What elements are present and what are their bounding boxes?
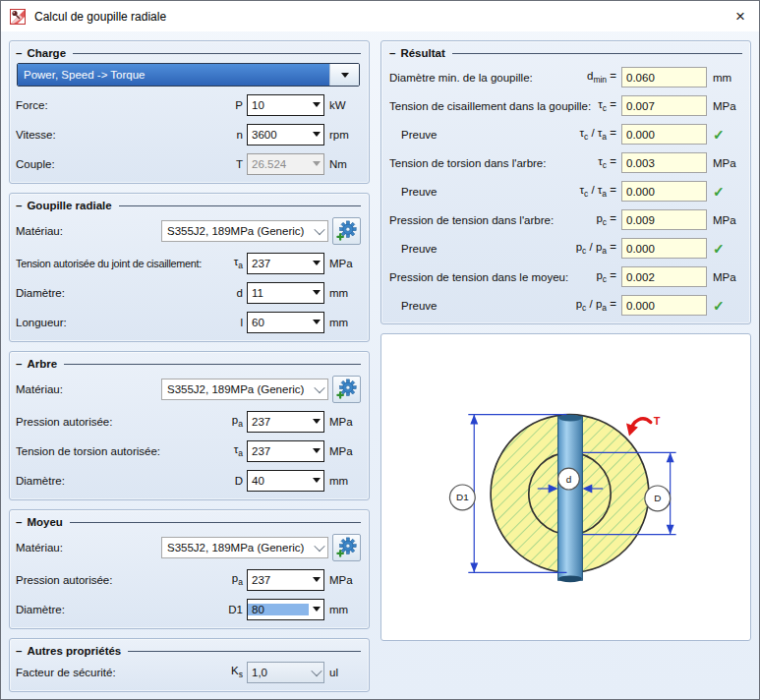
hub-pressure-combo[interactable]: 237 <box>247 569 324 591</box>
shaft-diameter-label: Diamètre: <box>16 475 232 487</box>
shaft-torsion-combo[interactable]: 237 <box>247 440 324 462</box>
dropdown-arrow-icon[interactable] <box>309 412 323 432</box>
shear-tension-symbol: τa <box>234 256 243 270</box>
chevron-down-icon[interactable] <box>311 544 327 552</box>
group-resultat: – Résultat Diamètre min. de la goupille:… <box>380 40 751 324</box>
dropdown-arrow-icon <box>309 154 323 174</box>
hub-material-combo[interactable]: S355J2, 189MPa (Generic) <box>161 537 328 558</box>
material-label: Matériau: <box>16 225 63 237</box>
speed-unit: rpm <box>329 129 361 141</box>
dropdown-arrow-icon[interactable] <box>309 283 323 303</box>
safety-factor-combo[interactable]: 1,0 <box>247 662 324 683</box>
dialog-window: Calcul de goupille radiale × – Charge Po… <box>0 0 760 700</box>
result-label: Tension de cisaillement dans la goupille… <box>389 100 598 112</box>
check-icon: ✓ <box>713 298 742 314</box>
shaft-material-combo[interactable]: S355J2, 189MPa (Generic) <box>161 379 328 400</box>
group-dash: – <box>16 47 22 59</box>
group-header: – Goupille radiale <box>16 200 361 211</box>
speed-symbol: n <box>237 129 243 141</box>
d1-label: D1 <box>449 485 475 510</box>
shaft-torsion-unit: MPa <box>329 445 361 457</box>
group-title: Arbre <box>27 358 57 370</box>
svg-text:d: d <box>566 473 572 484</box>
result-row-proof-2: Preuve τc / τa = 0.000 ✓ <box>389 181 742 202</box>
dropdown-arrow-icon[interactable] <box>309 570 323 590</box>
group-title: Goupille radiale <box>27 200 111 211</box>
shaft-pressure-label: Pression autorisée: <box>16 416 229 428</box>
shear-tension-combo[interactable]: 237 <box>247 253 324 274</box>
group-rule <box>452 53 742 54</box>
hub-material-row: Matériau: S355J2, 189MPa (Generic) <box>16 533 361 561</box>
result-row-shaft-torsion: Tension de torsion dans l'arbre: τc = 0.… <box>389 152 742 173</box>
pin-length-combo[interactable]: 60 <box>247 312 324 333</box>
check-icon: ✓ <box>713 127 742 143</box>
close-icon[interactable]: × <box>733 8 747 25</box>
torque-value: 26.524 <box>248 158 309 170</box>
hub-pressure-row: Pression autorisée: pa 237 MPa <box>16 568 361 591</box>
shaft-diameter-row: Diamètre: D 40 mm <box>16 469 361 492</box>
dropdown-arrow-icon[interactable] <box>309 95 323 115</box>
shaft-diameter-combo[interactable]: 40 <box>247 470 324 492</box>
load-type-combo[interactable]: Power, Speed -> Torque <box>17 63 360 87</box>
hub-diameter-combo[interactable]: 80 <box>247 599 324 620</box>
result-symbol: dmin = <box>587 70 616 85</box>
shaft-material-gear-button[interactable] <box>332 376 361 403</box>
group-rule <box>70 522 361 523</box>
group-rule <box>119 205 361 206</box>
torque-combo: 26.524 <box>247 153 324 175</box>
group-header: – Arbre <box>16 358 361 370</box>
speed-row: Vitesse: n 3600 rpm <box>16 123 361 146</box>
hub-diameter-symbol: D1 <box>228 604 243 615</box>
dropdown-arrow-icon[interactable] <box>309 600 323 619</box>
d-label: d <box>558 468 580 490</box>
torque-symbol: T <box>236 158 243 170</box>
hub-pressure-symbol: pa <box>232 572 243 587</box>
dropdown-arrow-icon[interactable] <box>309 125 323 145</box>
dropdown-arrow-icon[interactable] <box>309 441 323 461</box>
group-header: – Autres propriétés <box>16 645 361 657</box>
dropdown-arrow-icon[interactable] <box>309 471 323 491</box>
gear-plus-icon <box>336 537 358 558</box>
check-icon: ✓ <box>713 184 742 200</box>
pin-diameter-symbol: d <box>237 287 243 299</box>
pin-material-gear-button[interactable] <box>332 217 361 245</box>
chevron-down-icon[interactable] <box>311 227 327 235</box>
result-symbol: pc = <box>596 269 616 284</box>
dropdown-arrow-icon[interactable] <box>329 64 359 86</box>
torque-arrow: T <box>626 414 661 436</box>
result-column: – Résultat Diamètre min. de la goupille:… <box>380 40 751 700</box>
D-label: D <box>645 486 671 511</box>
dropdown-arrow-icon[interactable] <box>309 254 323 273</box>
torque-label: Couple: <box>16 158 233 170</box>
dialog-body: – Charge Power, Speed -> Torque Force: P… <box>1 31 759 700</box>
chevron-down-icon[interactable] <box>309 663 323 682</box>
speed-combo[interactable]: 3600 <box>247 124 324 146</box>
dropdown-arrow-icon[interactable] <box>309 313 323 332</box>
pin-diameter-combo[interactable]: 11 <box>247 282 324 304</box>
hub-material-gear-button[interactable] <box>332 534 361 561</box>
shaft-diameter-symbol: D <box>235 475 243 487</box>
force-unit: kW <box>329 99 361 111</box>
result-field: 0.003 <box>621 152 707 173</box>
material-value: S355J2, 189MPa (Generic) <box>162 383 311 395</box>
group-title: Charge <box>27 47 66 59</box>
result-unit: MPa <box>713 214 742 226</box>
shear-tension-unit: MPa <box>329 258 361 269</box>
load-type-value: Power, Speed -> Torque <box>18 64 329 86</box>
pin-material-combo[interactable]: S355J2, 189MPa (Generic) <box>161 220 328 242</box>
safety-factor-label: Facteur de sécurité: <box>16 667 228 678</box>
chevron-down-icon[interactable] <box>311 385 327 393</box>
result-symbol: pc / pa = <box>576 241 616 256</box>
hub-pressure-label: Pression autorisée: <box>16 574 229 586</box>
gear-plus-icon <box>336 220 358 242</box>
shaft-pressure-combo[interactable]: 237 <box>247 411 324 433</box>
pin-diameter-label: Diamètre: <box>16 287 234 299</box>
group-dash: – <box>389 47 395 59</box>
d1-arrow-up <box>470 414 478 424</box>
force-combo[interactable]: 10 <box>247 94 324 116</box>
group-charge: – Charge Power, Speed -> Torque Force: P… <box>9 40 370 184</box>
safety-factor-row: Facteur de sécurité: Ks 1,0 ul <box>16 661 361 683</box>
result-symbol: τc / τa = <box>579 184 616 199</box>
result-field: 0.000 <box>621 295 707 316</box>
result-row-dmin: Diamètre min. de la goupille: dmin = 0.0… <box>389 67 742 88</box>
